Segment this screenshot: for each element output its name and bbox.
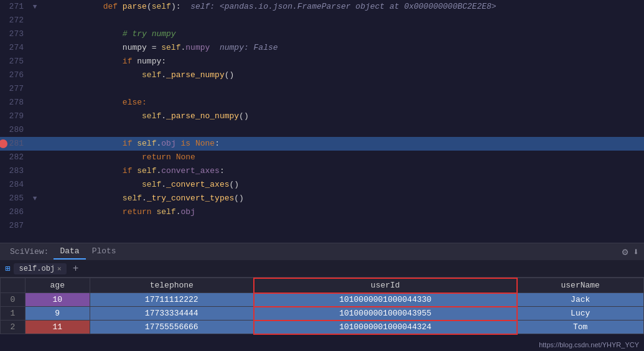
- cell-index: 0: [1, 293, 26, 307]
- export-icon[interactable]: ⬇: [633, 246, 639, 258]
- data-table: age telephone userId userName 0101771111…: [0, 278, 644, 334]
- cell-telephone: 17711112222: [90, 293, 254, 307]
- cell-telephone: 17755556666: [90, 321, 254, 334]
- tab-plots[interactable]: Plots: [86, 244, 123, 260]
- settings-icon[interactable]: ⚙: [622, 246, 628, 258]
- code-line-276: 276 self._parse_numpy(): [0, 68, 644, 82]
- table-body: 010177111122221010000001000044330Jack191…: [1, 293, 644, 334]
- variable-icon: ⊞: [5, 263, 10, 274]
- code-line-286: 286 return self.obj: [0, 205, 644, 219]
- col-header-username: userName: [517, 278, 644, 293]
- tab-data[interactable]: Data: [54, 244, 85, 260]
- table-row: 010177111122221010000001000044330Jack: [1, 293, 644, 307]
- cell-age: 10: [26, 293, 90, 307]
- var-tab-self-obj[interactable]: self.obj ✕: [14, 263, 66, 274]
- add-variable-button[interactable]: +: [70, 263, 82, 274]
- cell-telephone: 17733334444: [90, 307, 254, 321]
- cell-username: Jack: [517, 293, 644, 307]
- cell-age: 11: [26, 321, 90, 334]
- cell-userid: 1010000001000044324: [254, 321, 517, 334]
- table-row: 211177555566661010000001000044324Tom: [1, 321, 644, 334]
- cell-index: 2: [1, 321, 26, 334]
- cell-username: Tom: [517, 321, 644, 334]
- close-var-tab-icon[interactable]: ✕: [57, 264, 62, 273]
- table-row: 19177333344441010000001000043955Lucy: [1, 307, 644, 321]
- cell-userid: 1010000001000043955: [254, 307, 517, 321]
- cell-userid: 1010000001000044330: [254, 293, 517, 307]
- col-header-index: [1, 278, 26, 293]
- cell-index: 1: [1, 307, 26, 321]
- table-header-row: age telephone userId userName: [1, 278, 644, 293]
- tab-action-icons: ⚙ ⬇: [622, 246, 644, 258]
- watermark: https://blog.csdn.net/YHYR_YCY: [539, 341, 639, 349]
- variable-tabs-row: ⊞ self.obj ✕ +: [0, 260, 644, 278]
- col-header-telephone: telephone: [90, 278, 254, 293]
- code-line-279: 279 self._parse_no_numpy(): [0, 110, 644, 123]
- breakpoint-icon: [0, 139, 7, 148]
- data-table-container: age telephone userId userName 0101771111…: [0, 278, 644, 351]
- cell-age: 9: [26, 307, 90, 321]
- cell-username: Lucy: [517, 307, 644, 321]
- code-editor: 271 ▼ def parse(self): self: <pandas.io.…: [0, 0, 644, 243]
- sciview-label: SciView:: [5, 245, 54, 259]
- col-header-age: age: [26, 278, 90, 293]
- code-line-271: 271 ▼ def parse(self): self: <pandas.io.…: [0, 0, 644, 14]
- bottom-panel-tabs: SciView: Data Plots ⚙ ⬇: [0, 243, 644, 260]
- col-header-userid: userId: [254, 278, 517, 293]
